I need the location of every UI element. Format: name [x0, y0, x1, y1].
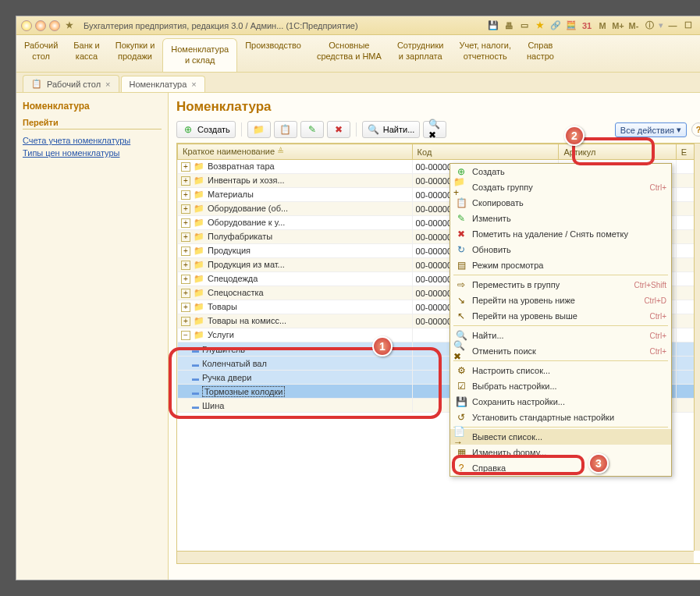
all-actions-button[interactable]: Все действия ▾: [615, 122, 687, 137]
vertical-scrollbar[interactable]: [694, 144, 700, 551]
menu-separator: [453, 427, 668, 427]
menu-shortcut: Ctrl+Shift: [634, 281, 666, 289]
m-plus-btn[interactable]: M+: [612, 20, 624, 32]
menu-item[interactable]: 📁+Создать группуCtrl+: [450, 179, 671, 195]
calendar-icon[interactable]: 31: [581, 20, 593, 32]
nav-item-3[interactable]: Номенклатураи склад: [162, 38, 237, 72]
all-actions-label: Все действия: [620, 126, 674, 135]
close-icon[interactable]: ×: [105, 80, 110, 89]
menu-icon: ▤: [453, 260, 469, 271]
sidebar-link-pricetypes[interactable]: Типы цен номенклатуры: [23, 147, 162, 159]
expander-icon[interactable]: +: [181, 261, 190, 270]
folder-icon: 📁: [194, 288, 204, 297]
expander-icon[interactable]: +: [181, 218, 190, 228]
menu-item[interactable]: ✖Пометить на удаление / Снять пометку: [450, 226, 671, 242]
create-folder-button[interactable]: 📁: [247, 121, 271, 138]
tab-nomenclature[interactable]: Номенклатура ×: [121, 76, 205, 92]
nav-item-1[interactable]: Банк икасса: [66, 35, 107, 72]
col-name[interactable]: Краткое наименование ≜: [178, 144, 413, 160]
menu-icon: ⊕: [453, 166, 469, 177]
sidebar-link-accounts[interactable]: Счета учета номенклатуры: [23, 134, 162, 147]
main-nav: РабочийстолБанк икассаПокупки ипродажиНо…: [16, 35, 700, 73]
preview-icon[interactable]: ▭: [518, 20, 531, 32]
item-icon: ▬: [192, 403, 199, 410]
plus-icon: ⊕: [182, 123, 194, 136]
favorite-icon[interactable]: ★: [63, 20, 76, 32]
m-minus-btn[interactable]: M-: [627, 20, 640, 32]
col-article[interactable]: Артикул: [559, 144, 676, 160]
annotation-badge-2: 2: [564, 126, 585, 146]
minimize-btn[interactable]: —: [666, 20, 679, 32]
menu-item[interactable]: ↻Обновить: [450, 242, 671, 257]
menu-item[interactable]: ?Справка: [450, 460, 671, 476]
menu-item[interactable]: 💾Сохранить настройки...: [450, 394, 671, 410]
menu-item[interactable]: ☑Выбрать настройки...: [450, 378, 671, 394]
expander-icon[interactable]: +: [181, 232, 190, 242]
nav-item-7[interactable]: Учет, налоги,отчетность: [451, 35, 518, 72]
menu-item[interactable]: ✎Изменить: [450, 211, 671, 226]
find-button[interactable]: 🔍 Найти...: [362, 121, 421, 138]
expander-icon[interactable]: +: [181, 204, 190, 214]
menu-icon: 💾: [453, 396, 469, 407]
expander-icon[interactable]: +: [181, 190, 190, 200]
nav-item-5[interactable]: Основныесредства и НМА: [309, 35, 389, 72]
expander-icon[interactable]: +: [181, 176, 190, 186]
menu-item[interactable]: ⇨Переместить в группуCtrl+Shift: [450, 277, 671, 293]
desktop-icon: 📋: [31, 79, 42, 89]
edit-button[interactable]: ✎: [300, 121, 324, 138]
expander-icon[interactable]: +: [181, 303, 190, 312]
expander-icon[interactable]: +: [181, 289, 190, 298]
link-icon[interactable]: 🔗: [549, 20, 562, 32]
logo-icon: [21, 20, 32, 31]
sidebar-title: Номенклатура: [23, 101, 162, 112]
tab-desktop[interactable]: 📋 Рабочий стол ×: [23, 75, 119, 92]
expander-icon[interactable]: +: [181, 275, 190, 284]
expander-icon[interactable]: −: [181, 331, 190, 340]
horizontal-scrollbar[interactable]: [177, 551, 694, 563]
menu-item[interactable]: ↘Перейти на уровень нижеCtrl+D: [450, 293, 671, 308]
item-icon: ▬: [192, 346, 199, 354]
tab-label: Номенклатура: [130, 80, 187, 89]
nav-item-6[interactable]: Сотрудникии зарплата: [389, 35, 452, 72]
cancel-find-button[interactable]: 🔍✖: [423, 121, 446, 138]
menu-icon: 📁+: [453, 176, 469, 198]
create-button[interactable]: ⊕ Создать: [176, 121, 236, 138]
copy-button[interactable]: 📋: [274, 121, 297, 138]
expander-icon[interactable]: +: [181, 317, 190, 326]
nav-fwd-icon[interactable]: [49, 20, 60, 31]
save-icon[interactable]: 💾: [487, 20, 499, 32]
star-icon[interactable]: ★: [534, 20, 546, 32]
menu-item[interactable]: ⚙Настроить список...: [450, 363, 671, 378]
expander-icon[interactable]: +: [181, 247, 190, 256]
help-icon[interactable]: ?: [691, 122, 700, 137]
maximize-btn[interactable]: ☐: [682, 20, 695, 32]
m-btn[interactable]: M: [596, 20, 609, 32]
menu-item[interactable]: ▤Режим просмотра: [450, 257, 671, 273]
menu-item[interactable]: ↺Установить стандартные настройки: [450, 410, 671, 425]
menu-label: Скопировать: [469, 198, 666, 208]
menu-item[interactable]: ⊕Создать: [450, 164, 671, 179]
print-icon[interactable]: 🖶: [503, 20, 515, 32]
info-icon[interactable]: ⓘ: [643, 20, 656, 32]
nav-item-8[interactable]: Справнастро: [519, 35, 562, 72]
folder-icon: 📁: [194, 232, 204, 241]
menu-item[interactable]: 🔍✖Отменить поискCtrl+: [450, 343, 671, 359]
col-code[interactable]: Код: [412, 144, 559, 160]
nav-item-2[interactable]: Покупки ипродажи: [108, 35, 163, 72]
menu-shortcut: Ctrl+: [650, 183, 666, 192]
nav-back-icon[interactable]: [35, 20, 46, 31]
menu-item[interactable]: 📋Скопировать: [450, 195, 671, 211]
calc-icon[interactable]: 🧮: [565, 20, 577, 32]
expander-icon[interactable]: +: [181, 162, 190, 172]
delete-button[interactable]: ✖: [327, 121, 350, 138]
menu-item[interactable]: 🔍Найти...Ctrl+: [450, 328, 671, 343]
menu-item[interactable]: 📄→Вывести список...: [450, 429, 671, 445]
menu-item[interactable]: ↖Перейти на уровень вышеCtrl+: [450, 308, 671, 324]
close-icon[interactable]: ×: [191, 80, 196, 89]
tab-label: Рабочий стол: [47, 80, 101, 89]
menu-item[interactable]: ▦Изменить форму...: [450, 445, 671, 460]
nav-item-0[interactable]: Рабочийстол: [16, 35, 66, 72]
nav-item-4[interactable]: Производство: [237, 35, 309, 72]
folder-icon: 📁: [194, 190, 204, 199]
delete-icon: ✖: [332, 123, 345, 136]
